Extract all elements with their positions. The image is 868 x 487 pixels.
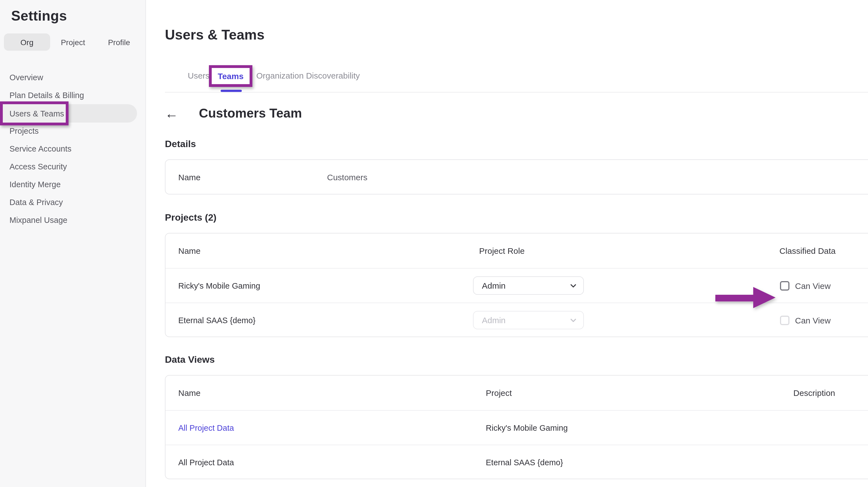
data-view-project: Eternal SAAS {demo}	[486, 458, 563, 467]
can-view-checkbox-disabled	[780, 315, 789, 325]
sidebar-item-identity-merge[interactable]: Identity Merge	[0, 176, 146, 193]
data-view-row: All Project Data Eternal SAAS {demo}	[165, 445, 868, 479]
col-name: Name	[178, 388, 200, 398]
tab-org[interactable]: Org	[4, 33, 50, 51]
can-view-label: Can View	[795, 315, 831, 325]
active-tab-indicator	[221, 90, 242, 92]
data-view-name: All Project Data	[178, 458, 234, 467]
tab-users[interactable]: Users	[188, 71, 210, 80]
tab-project[interactable]: Project	[50, 33, 96, 51]
back-arrow-icon[interactable]: ←	[165, 107, 178, 120]
data-view-row: All Project Data Ricky's Mobile Gaming	[165, 410, 868, 445]
sidebar: Settings Org Project Profile Overview Pl…	[0, 0, 146, 487]
projects-table: Name Project Role Classified Data Ricky'…	[165, 233, 868, 337]
sidebar-item-data-privacy[interactable]: Data & Privacy	[0, 193, 146, 211]
annotation-box-teams-tab: Teams	[209, 65, 252, 87]
tabs-divider	[165, 92, 868, 92]
data-view-link[interactable]: All Project Data	[178, 423, 234, 432]
project-role-dropdown[interactable]: Admin	[473, 276, 584, 295]
col-name: Name	[178, 246, 200, 255]
project-row-eternal: Eternal SAAS {demo} Admin Can View	[165, 303, 868, 337]
can-view-label: Can View	[795, 281, 831, 290]
sidebar-item-access-security[interactable]: Access Security	[0, 158, 146, 176]
sidebar-item-users-teams[interactable]: Users & Teams	[0, 104, 146, 122]
team-title: Customers Team	[199, 106, 302, 121]
sidebar-title: Settings	[11, 8, 67, 24]
tab-profile[interactable]: Profile	[96, 33, 142, 51]
tab-teams[interactable]: Teams	[218, 71, 244, 81]
page-title: Users & Teams	[165, 27, 265, 43]
team-header: ← Customers Team	[165, 106, 302, 121]
classified-data-control: Can View	[780, 315, 831, 325]
details-card: Name Customers	[165, 159, 868, 194]
chevron-down-icon	[570, 282, 577, 289]
projects-header-row: Name Project Role Classified Data	[165, 234, 868, 268]
data-views-table: Name Project Description All Project Dat…	[165, 375, 868, 479]
classified-data-control: Can View	[780, 281, 831, 290]
col-classified-data: Classified Data	[779, 246, 836, 255]
data-views-heading: Data Views	[165, 355, 215, 366]
col-project-role: Project Role	[479, 246, 525, 255]
details-name-label: Name	[178, 173, 200, 182]
col-description: Description	[793, 388, 835, 398]
settings-scope-switcher: Org Project Profile	[4, 33, 142, 51]
sidebar-item-overview[interactable]: Overview	[0, 68, 146, 86]
settings-page: Settings Org Project Profile Overview Pl…	[0, 0, 868, 487]
project-name: Eternal SAAS {demo}	[178, 316, 255, 325]
project-row-rickys: Ricky's Mobile Gaming Admin Can View	[165, 268, 868, 303]
tab-organization-discoverability[interactable]: Organization Discoverability	[256, 71, 360, 80]
annotation-box-users-teams: Users & Teams	[0, 101, 68, 125]
chevron-down-icon	[570, 317, 577, 324]
sidebar-item-service-accounts[interactable]: Service Accounts	[0, 140, 146, 158]
data-views-header-row: Name Project Description	[165, 375, 868, 410]
sidebar-nav: Overview Plan Details & Billing Users & …	[0, 68, 146, 229]
project-name: Ricky's Mobile Gaming	[178, 281, 260, 290]
data-view-project: Ricky's Mobile Gaming	[486, 423, 568, 432]
sidebar-item-mixpanel-usage[interactable]: Mixpanel Usage	[0, 211, 146, 229]
can-view-checkbox[interactable]	[780, 281, 789, 290]
project-role-dropdown-disabled: Admin	[473, 311, 584, 329]
projects-heading: Projects (2)	[165, 212, 216, 223]
details-heading: Details	[165, 139, 196, 150]
col-project: Project	[486, 388, 512, 398]
details-row: Name Customers	[165, 160, 868, 194]
details-name-value: Customers	[327, 173, 367, 182]
